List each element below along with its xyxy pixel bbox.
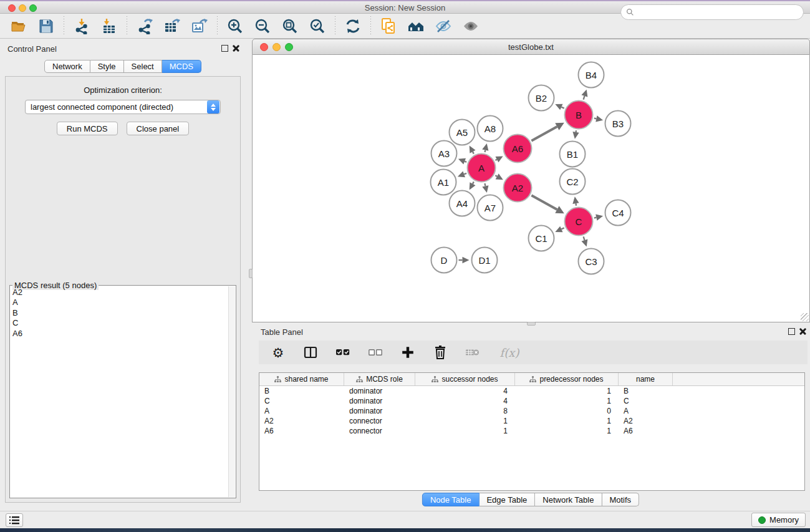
hide-selected-button[interactable] (433, 16, 454, 36)
graph-edge (531, 195, 557, 210)
zoom-out-button[interactable] (252, 16, 273, 36)
refresh-layout-button[interactable] (342, 16, 364, 36)
float-panel-icon[interactable] (221, 45, 228, 52)
function-icon: f(x) (500, 346, 519, 359)
splitter-handle-left[interactable] (249, 269, 253, 278)
result-scrollbar[interactable] (228, 286, 235, 497)
add-row-button[interactable] (400, 344, 416, 360)
settings-button[interactable]: ⚙ (270, 344, 286, 360)
refresh-layout-icon (345, 18, 361, 34)
tab-network-table[interactable]: Network Table (535, 493, 602, 506)
mcds-result-item[interactable]: A2 (12, 288, 228, 297)
zoom-selected-button[interactable] (307, 16, 328, 36)
deselect-all-button[interactable] (367, 344, 383, 360)
table-panel-titlebar: Table Panel (251, 324, 810, 341)
tab-motifs[interactable]: Motifs (602, 493, 639, 506)
column-header-MCDS-role[interactable]: MCDS role (344, 373, 415, 385)
show-all-button[interactable] (460, 16, 481, 36)
export-network-button[interactable] (134, 16, 155, 36)
close-panel-button[interactable]: Close panel (127, 122, 190, 135)
graph-node-a8[interactable]: A8 (477, 115, 504, 142)
graph-node-a4[interactable]: A4 (449, 190, 476, 217)
select-all-button[interactable] (335, 344, 351, 360)
graph-node-b1[interactable]: B1 (559, 141, 586, 168)
graph-node-a6[interactable]: A6 (503, 134, 533, 163)
column-header-successor-nodes[interactable]: successor nodes (415, 373, 515, 385)
export-table-button[interactable] (162, 16, 183, 36)
column-header-name[interactable]: name (619, 373, 673, 385)
window-resize-grip[interactable] (801, 313, 809, 321)
graph-node-b[interactable]: B (564, 100, 594, 130)
graph-node-c3[interactable]: C3 (578, 248, 605, 275)
memory-button[interactable]: Memory (751, 513, 806, 527)
table-cell: A2 (619, 417, 673, 425)
mcds-result-item[interactable]: C (12, 318, 228, 328)
split-view-button[interactable] (302, 344, 319, 360)
save-session-button[interactable] (36, 16, 57, 36)
column-header-predecessor-nodes[interactable]: predecessor nodes (515, 373, 619, 385)
toolbar-divider (370, 16, 371, 36)
graph-node-a2[interactable]: A2 (503, 173, 533, 203)
tab-node-table[interactable]: Node Table (422, 493, 480, 506)
delete-row-button[interactable] (432, 344, 448, 360)
graph-node-b3[interactable]: B3 (605, 110, 632, 137)
graph-node-a7[interactable]: A7 (477, 195, 504, 221)
network-canvas[interactable]: B4B2BB3A5A8A6A3B1AA1C2A2A4A7C4CC1C3DD1 (252, 55, 810, 322)
tab-style[interactable]: Style (90, 60, 124, 73)
criterion-dropdown[interactable]: largest connected component (directed) (25, 100, 221, 114)
open-session-button[interactable] (8, 16, 29, 36)
table-row[interactable]: Adominator80A (259, 406, 804, 416)
table-cell: 4 (415, 387, 515, 395)
graph-node-a1[interactable]: A1 (430, 169, 457, 196)
mcds-result-list[interactable]: A2ABCA6 (12, 288, 228, 496)
table-cell: B (259, 387, 344, 395)
column-header-shared-name[interactable]: shared name (259, 373, 344, 385)
table-row[interactable]: A2connector11A2 (259, 416, 804, 426)
table-cell: 1 (415, 427, 515, 435)
graph-node-a5[interactable]: A5 (449, 119, 476, 146)
table-row[interactable]: Bdominator41B (259, 386, 804, 396)
dropdown-stepper-icon (207, 100, 219, 114)
edge-arrowhead-icon (555, 104, 562, 110)
table-row[interactable]: Cdominator41C (259, 396, 804, 406)
graph-node-a3[interactable]: A3 (431, 140, 458, 167)
mcds-result-item[interactable]: A6 (12, 329, 228, 339)
graph-node-c2[interactable]: C2 (559, 168, 586, 195)
zoom-fit-button[interactable] (279, 16, 301, 36)
import-table-button[interactable] (99, 16, 120, 36)
search-box[interactable] (620, 4, 804, 20)
table-cell: dominator (344, 397, 415, 405)
settings-icon: ⚙ (271, 344, 285, 360)
edge-arrowhead-icon (572, 132, 579, 139)
graph-node-a[interactable]: A (467, 153, 496, 183)
new-network-from-selection-button[interactable] (378, 16, 399, 36)
mcds-result-item[interactable]: A (12, 297, 228, 307)
tab-select[interactable]: Select (124, 60, 162, 73)
tab-mcds[interactable]: MCDS (162, 60, 201, 73)
graph-node-c4[interactable]: C4 (605, 200, 632, 226)
edge-arrowhead-icon (555, 226, 562, 232)
graph-node-c1[interactable]: C1 (528, 225, 555, 252)
table-float-panel-icon[interactable] (788, 328, 795, 335)
close-panel-icon[interactable] (233, 45, 239, 52)
mcds-result-item[interactable]: B (12, 308, 228, 318)
tab-edge-table[interactable]: Edge Table (479, 493, 535, 506)
import-network-button[interactable] (71, 16, 92, 36)
search-input[interactable] (634, 7, 803, 17)
export-table-icon (164, 18, 180, 34)
table-row[interactable]: A6connector11A6 (259, 426, 804, 436)
show-panels-button[interactable] (6, 513, 23, 527)
graph-node-b4[interactable]: B4 (578, 62, 605, 89)
zoom-in-button[interactable] (224, 16, 246, 36)
graph-node-d[interactable]: D (431, 247, 458, 274)
table-close-panel-icon[interactable] (799, 328, 806, 335)
network-window-titlebar[interactable]: testGlobe.txt (252, 39, 810, 55)
run-mcds-button[interactable]: Run MCDS (57, 122, 118, 135)
graph-node-d1[interactable]: D1 (471, 247, 498, 274)
table-header-row: shared nameMCDS rolesuccessor nodesprede… (259, 373, 804, 386)
export-image-button[interactable] (189, 16, 210, 36)
graph-node-c[interactable]: C (564, 207, 594, 236)
graph-node-b2[interactable]: B2 (528, 85, 555, 112)
tab-network[interactable]: Network (44, 60, 90, 73)
first-neighbors-button[interactable] (405, 16, 427, 36)
